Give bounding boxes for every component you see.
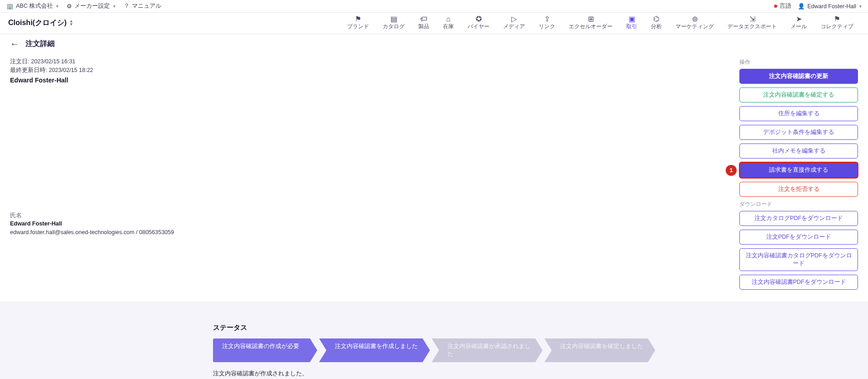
downloads-section-label: ダウンロード [739,200,858,208]
edit-address-button[interactable]: 住所を編集する [739,106,858,121]
nav-item-7[interactable]: ⊞エクセルオーダー [562,15,619,31]
nav-item-8[interactable]: ▣取引 [620,15,644,31]
nav-label: メディア [503,23,525,30]
nav-item-3[interactable]: ⌂在庫 [437,15,460,31]
contact-block: 氏名 Edward Foster-Hall edward.foster.hall… [10,211,730,237]
nav-item-2[interactable]: 🏷製品 [412,15,436,31]
status-step-1: 注文内容確認書を作成しました [319,338,430,362]
nav-icon: ⇲ [749,15,755,23]
nav-icon: ▷ [511,15,517,23]
nav-label: バイヤー [468,23,489,30]
nav-icon: ⚑ [355,15,361,23]
order-updated-label: 最終更新日時: [10,67,47,73]
order-meta: 注文日: 2023/02/15 16:31 最終更新日時: 2023/02/15… [10,57,730,75]
help-icon: ？ [124,2,130,10]
nav-label: 取引 [626,23,637,30]
contact-label: 氏名 [10,211,730,220]
nav-label: 製品 [418,23,429,30]
download-order-pdf-button[interactable]: 注文PDFをダウンロード [739,230,858,245]
nav-icon: ✪ [476,15,482,23]
reject-order-button[interactable]: 注文を拒否する [739,182,858,197]
finalize-order-confirmation-button[interactable]: 注文内容確認書を確定する [739,87,858,102]
nav-label: リンク [539,23,555,30]
updown-icon: ▴▾ [70,20,73,26]
contact-line: edward.foster.hall@sales.oned-technologi… [10,228,730,237]
nav-label: カタログ [383,23,405,30]
status-step-2: 注文内容確認書が承認されました [432,338,543,362]
create-invoice-button[interactable]: 請求書を直接作成する [739,162,858,178]
update-order-confirmation-button[interactable]: 注文内容確認書の更新 [739,69,858,84]
nav-icon: ▣ [629,15,635,23]
nav-item-6[interactable]: ⇪リンク [532,15,561,31]
status-step-3: 注文内容確認書を確定しました [545,338,655,362]
nav-icon: ⚑ [834,15,840,23]
nav-item-12[interactable]: ➤メール [784,15,813,31]
nav-icon: ⌬ [653,15,660,23]
order-updated-value: 2023/02/15 18:22 [49,67,93,73]
download-confirmation-catalog-pdf-button[interactable]: 注文内容確認書カタログPDFをダウンロード [739,248,858,271]
nav-icon: 🏷 [420,15,427,23]
nav-item-13[interactable]: ⚑コレクティブ [814,15,860,31]
company-selector[interactable]: 🏢 ABC 株式会社 [6,2,58,10]
flag-jp-icon [774,5,777,8]
nav-label: エクセルオーダー [569,23,613,30]
nav-item-5[interactable]: ▷メディア [497,15,531,31]
page-title: 注文詳細 [26,39,55,49]
contact-name: Edward Foster-Hall [10,220,730,228]
nav-icon: ⊞ [588,15,594,23]
nav-item-10[interactable]: ⊚マーケティング [669,15,720,31]
maker-settings-label: メーカー設定 [74,2,110,10]
nav-label: データエクスポート [728,23,777,30]
download-confirmation-pdf-button[interactable]: 注文内容確認書PDFをダウンロード [739,275,858,290]
nav-item-1[interactable]: ▤カタログ [376,15,411,31]
actions-section-label: 操作 [739,58,858,66]
manual-link[interactable]: ？ マニュアル [124,2,161,10]
brand-selector[interactable]: Cloishi(クロイシ) ▴▾ [8,18,73,28]
nav-icon: ➤ [796,15,802,23]
language-label: 言語 [780,2,791,10]
edit-internal-memo-button[interactable]: 社内メモを編集する [739,143,858,159]
nav-icon: ⌂ [446,15,451,23]
edit-deposit-terms-button[interactable]: デポジット条件を編集する [739,125,858,140]
user-name: Edward Foster-Hall [807,3,856,10]
status-section: ステータス 注文内容確認書の作成が必要注文内容確認書を作成しました注文内容確認書… [0,302,868,379]
download-order-catalog-pdf-button[interactable]: 注文カタログPDFをダウンロード [739,211,858,226]
nav-icon: ⇪ [544,15,550,23]
nav-label: ブランド [347,23,369,30]
user-icon: 👤 [798,3,805,10]
language-selector[interactable]: 言語 [774,2,791,10]
nav-icon: ⊚ [692,15,698,23]
back-button[interactable]: ← [10,39,19,49]
nav-label: 分析 [651,23,662,30]
building-icon: 🏢 [6,3,14,10]
brand-name: Cloishi(クロイシ) [8,18,67,28]
order-owner: Edward Foster-Hall [10,77,730,84]
manual-label: マニュアル [132,2,161,10]
nav-item-11[interactable]: ⇲データエクスポート [721,15,783,31]
nav-item-4[interactable]: ✪バイヤー [461,15,496,31]
status-step-0: 注文内容確認書の作成が必要 [213,338,317,362]
order-date-value: 2023/02/15 16:31 [31,58,75,65]
gear-icon: ⚙ [67,3,72,10]
nav-label: メール [790,23,807,30]
nav-item-9[interactable]: ⌬分析 [645,15,668,31]
maker-settings-menu[interactable]: ⚙ メーカー設定 [67,2,115,10]
order-date-label: 注文日: [10,58,29,65]
page-header: ← 注文詳細 [0,34,868,54]
nav-row: Cloishi(クロイシ) ▴▾ ⚑ブランド▤カタログ🏷製品⌂在庫✪バイヤー▷メ… [0,13,868,34]
company-name: ABC 株式会社 [16,2,53,10]
status-title: ステータス [213,323,655,332]
nav-item-0[interactable]: ⚑ブランド [341,15,375,31]
nav-label: 在庫 [443,23,454,30]
nav-label: マーケティング [676,23,714,30]
nav-icon: ▤ [390,15,397,23]
callout-badge: 1 [726,165,737,176]
nav-label: コレクティブ [821,23,853,30]
topbar: 🏢 ABC 株式会社 ⚙ メーカー設定 ？ マニュアル 言語 👤 Edward … [0,0,868,13]
status-message-1: 注文内容確認書が作成されました。 [213,369,655,378]
user-menu[interactable]: 👤 Edward Foster-Hall [798,3,862,10]
